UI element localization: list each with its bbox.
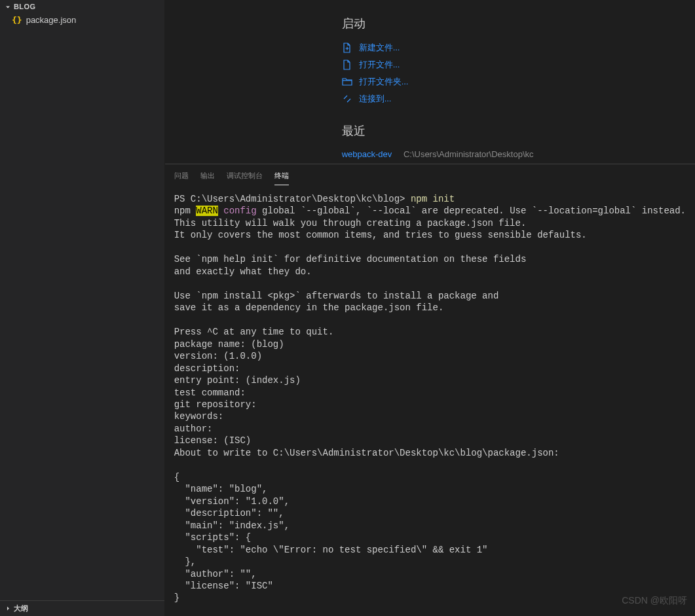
outline-label: 大纲 (14, 604, 28, 613)
new-file-label: 新建文件... (359, 42, 400, 54)
open-file-label: 打开文件... (359, 59, 400, 71)
bottom-panel: 问题 输出 调试控制台 终端 PS C:\Users\Administrator… (165, 164, 695, 616)
file-name-label: package.json (26, 15, 77, 25)
folder-name: BLOG (14, 3, 35, 10)
new-file-link[interactable]: 新建文件... (342, 39, 695, 56)
chevron-down-icon (4, 2, 12, 11)
new-file-icon (342, 43, 355, 53)
open-folder-icon (342, 77, 355, 87)
recent-heading: 最近 (342, 123, 695, 139)
open-file-link[interactable]: 打开文件... (342, 56, 695, 73)
connect-link[interactable]: 连接到... (342, 90, 695, 107)
welcome-panel: 启动 新建文件... 打开文件... 打开文件夹. (165, 0, 695, 164)
main-area: 启动 新建文件... 打开文件... 打开文件夹. (165, 0, 695, 616)
recent-item: webpack-dev C:\Users\Administrator\Deskt… (342, 147, 695, 162)
explorer-folder-header[interactable]: BLOG (0, 0, 164, 13)
recent-item-name[interactable]: webpack-dev (342, 149, 392, 159)
open-folder-link[interactable]: 打开文件夹... (342, 73, 695, 90)
terminal-output[interactable]: PS C:\Users\Administrator\Desktop\kc\blo… (165, 185, 695, 616)
chevron-right-icon (3, 605, 12, 613)
tab-terminal[interactable]: 终端 (274, 168, 289, 185)
panel-tab-bar: 问题 输出 调试控制台 终端 (165, 164, 695, 185)
terminal-prompt: PS C:\Users\Administrator\Desktop\kc\blo… (174, 194, 411, 204)
open-folder-label: 打开文件夹... (359, 76, 409, 88)
terminal-config-word: config (223, 206, 256, 216)
tab-output[interactable]: 输出 (200, 168, 215, 185)
connect-label: 连接到... (359, 93, 392, 105)
terminal-text: global `--global`, `--local` are depreca… (257, 206, 686, 216)
json-file-icon: {} (12, 15, 22, 25)
terminal-command: npm init (411, 194, 455, 204)
open-file-icon (342, 60, 355, 70)
terminal-warn-badge: WARN (196, 206, 218, 216)
watermark: CSDN @欧阳呀 (622, 595, 687, 607)
start-heading: 启动 (342, 16, 695, 31)
terminal-body: This utility will walk you through creat… (174, 218, 587, 616)
recent-item-path: C:\Users\Administrator\Desktop\kc (404, 149, 534, 159)
connect-icon (342, 94, 355, 104)
outline-section-header[interactable]: 大纲 (0, 600, 164, 616)
tab-problems[interactable]: 问题 (174, 168, 189, 185)
sidebar: BLOG {} package.json 大纲 (0, 0, 165, 616)
file-item-package-json[interactable]: {} package.json (0, 13, 164, 27)
tab-debug-console[interactable]: 调试控制台 (227, 168, 263, 185)
terminal-text: npm (174, 206, 197, 216)
